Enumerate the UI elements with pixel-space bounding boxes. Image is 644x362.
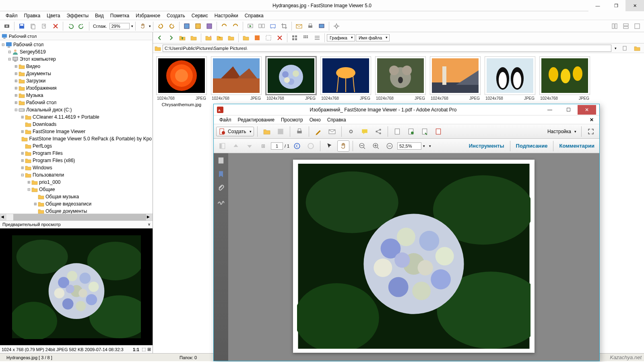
expand-icon[interactable]: ⊞ xyxy=(20,115,25,119)
acrobat-gear-icon[interactable] xyxy=(345,126,357,137)
path-copy-icon[interactable] xyxy=(620,43,630,53)
expand-icon[interactable]: ⊟ xyxy=(7,50,12,54)
histogram-icon[interactable]: ⬚ xyxy=(142,347,146,352)
view-small-icon[interactable] xyxy=(301,33,311,43)
thumbnail[interactable]: 1024x768JPEG xyxy=(266,56,316,107)
tree-node[interactable]: ⊟Рабочий стол xyxy=(1,41,152,48)
acrobat-attach-icon[interactable] xyxy=(217,184,225,192)
acrobat-page-input[interactable] xyxy=(271,142,283,150)
copy-icon[interactable] xyxy=(28,21,38,31)
acrobat-doc4-icon[interactable] xyxy=(432,126,444,137)
menu-цвета[interactable]: Цвета xyxy=(43,12,63,20)
email-icon[interactable] xyxy=(294,21,304,31)
acrobat-menu-item[interactable]: Окно xyxy=(306,116,324,123)
tree-node[interactable]: FastStone Image Viewer 5.0 RePack (& Por… xyxy=(1,135,152,142)
expand-icon[interactable]: ⊞ xyxy=(14,72,19,76)
expand-icon[interactable]: ⊟ xyxy=(7,57,12,61)
acrobat-zoom-input[interactable] xyxy=(397,142,421,150)
exif-icon[interactable]: ⊞ xyxy=(147,347,151,352)
acrobat-create-button[interactable]: Создать xyxy=(216,127,254,136)
acrobat-canvas[interactable] xyxy=(228,153,599,361)
tree-node[interactable]: ⊞Windows xyxy=(1,164,152,171)
fav-list-icon[interactable] xyxy=(226,33,236,43)
expand-icon[interactable]: ⊞ xyxy=(20,158,25,162)
acrobat-menu-item[interactable]: Редактирование xyxy=(235,116,278,123)
acrobat-menu-item[interactable]: Просмотр xyxy=(278,116,306,123)
expand-icon[interactable]: ⊞ xyxy=(14,101,19,105)
open-icon[interactable] xyxy=(241,33,251,43)
acrobat-select-icon[interactable] xyxy=(324,140,336,152)
acrobat-settings-label[interactable]: Настройка xyxy=(547,129,571,134)
slideshow-icon[interactable] xyxy=(245,21,256,31)
expand-icon[interactable]: ⊟ xyxy=(1,43,6,47)
acrobat-close-doc-button[interactable]: ✕ xyxy=(586,116,597,123)
tree-node[interactable]: ⊟Локальный диск (C:) xyxy=(1,106,152,113)
nav-back-icon[interactable] xyxy=(155,33,165,43)
tree-node[interactable]: ⊞Видео xyxy=(1,63,152,70)
acrobat-titlebar[interactable]: A Изображений_ FastStone Image Viewer - … xyxy=(214,104,599,115)
menu-справка[interactable]: Справка xyxy=(242,12,267,20)
view-large-icon[interactable] xyxy=(289,33,300,43)
acrobat-email-icon[interactable] xyxy=(326,126,338,137)
close-button[interactable]: ✕ xyxy=(625,0,644,11)
acrobat-doc1-icon[interactable] xyxy=(391,126,403,137)
acrobat-minimize-button[interactable]: — xyxy=(541,105,559,115)
tree-node[interactable]: ⊞Общие видеозаписи xyxy=(1,200,152,208)
preview-image[interactable] xyxy=(0,228,153,345)
fullscreen-icon[interactable] xyxy=(632,21,642,31)
path-input[interactable] xyxy=(163,45,611,52)
expand-icon[interactable]: ⊟ xyxy=(14,108,19,112)
layout-2-icon[interactable] xyxy=(621,21,631,31)
acrobat-share-icon[interactable] xyxy=(372,126,384,137)
tree-node[interactable]: ⊟Пользователи xyxy=(1,171,152,179)
maximize-button[interactable]: ❐ xyxy=(607,0,625,11)
acrobat-zoom-out-icon[interactable] xyxy=(356,140,368,152)
acrobat-next-view-icon[interactable] xyxy=(305,140,317,152)
expand-icon[interactable]: ⊞ xyxy=(20,130,25,134)
tree-node[interactable]: ⊞CCleaner 4.11.4619 + Portable xyxy=(1,113,152,121)
rotate-left-icon[interactable] xyxy=(155,21,166,31)
expand-icon[interactable]: ⊞ xyxy=(20,166,25,170)
tree-node[interactable]: PerfLogs xyxy=(1,142,152,150)
acrobat-page-nav-icon[interactable]: ⊞ xyxy=(257,140,269,152)
acrobat-hand-icon[interactable] xyxy=(337,140,349,152)
delete-icon[interactable] xyxy=(50,21,61,31)
thumbnail[interactable]: 1024x768JPEGChrysanthemum.jpg xyxy=(156,56,207,107)
acrobat-tab-sign[interactable]: Подписание xyxy=(514,141,550,150)
acrobat-bookmark-icon[interactable] xyxy=(217,170,225,178)
select-all-icon[interactable] xyxy=(263,33,274,43)
tree-node[interactable]: Общая музыка xyxy=(1,193,152,200)
tree-node[interactable]: Downloads xyxy=(1,121,152,128)
redo2-icon[interactable] xyxy=(230,21,241,31)
undo2-icon[interactable] xyxy=(219,21,229,31)
resize-icon[interactable] xyxy=(268,21,278,31)
tree-node[interactable]: ⊞prio1_000 xyxy=(1,179,152,186)
menu-пометка[interactable]: Пометка xyxy=(107,12,133,20)
undo-icon[interactable] xyxy=(65,21,76,31)
expand-icon[interactable]: ⊞ xyxy=(33,202,38,206)
crop-icon[interactable] xyxy=(279,21,289,31)
acrobat-tab-tools[interactable]: Инструменты xyxy=(466,141,507,150)
compare-icon[interactable] xyxy=(256,21,267,31)
tool-1-icon[interactable] xyxy=(182,21,192,31)
acrobat-menu-item[interactable]: Файл xyxy=(216,116,235,123)
tool-3-icon[interactable] xyxy=(204,21,215,31)
tree-node[interactable]: ⊞FastStone Image Viewer xyxy=(1,128,152,135)
view-list-icon[interactable] xyxy=(312,33,322,43)
acrobat-doc3-icon[interactable] xyxy=(419,126,431,137)
acquire-icon[interactable] xyxy=(2,21,12,31)
expand-icon[interactable]: ⊟ xyxy=(20,173,25,177)
acrobat-close-button[interactable]: ✕ xyxy=(578,105,596,115)
layout-1-icon[interactable] xyxy=(609,21,620,31)
tree-node[interactable]: ⊟Sergey5619 xyxy=(1,48,152,56)
acrobat-nav-pane-icon[interactable] xyxy=(216,140,228,152)
view-mode-dropdown[interactable]: Графика xyxy=(327,34,355,41)
thumbnail[interactable]: 1024x768JPEG xyxy=(430,56,481,107)
rotate-right-icon[interactable] xyxy=(167,21,177,31)
tree-node[interactable]: ⊟Этот компьютер xyxy=(1,56,152,63)
tree-node[interactable]: ⊞Документы xyxy=(1,70,152,77)
settings-icon[interactable] xyxy=(331,21,342,31)
acrobat-signature-icon[interactable] xyxy=(217,197,225,206)
acrobat-open-icon[interactable] xyxy=(261,126,273,137)
tree-node[interactable]: ⊞Program Files xyxy=(1,150,152,157)
